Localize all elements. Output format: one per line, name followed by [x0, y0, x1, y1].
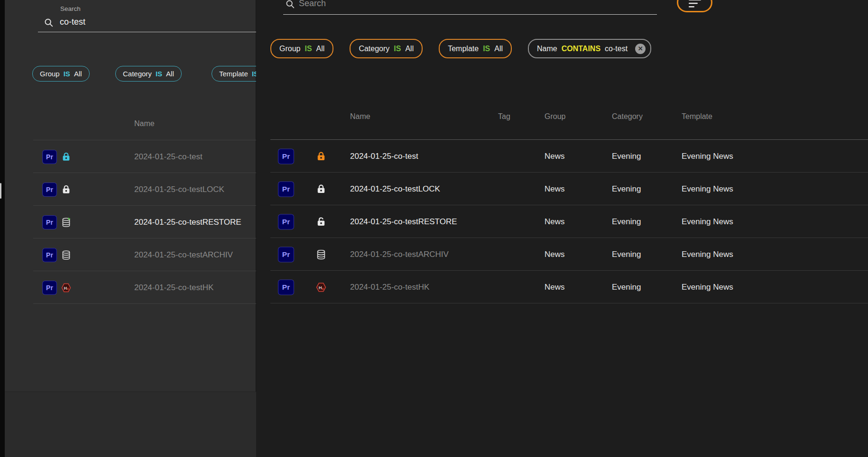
filter-pill[interactable]: Group IS All	[32, 66, 90, 82]
project-list: Pr HK 2024-01-25-co-test News Evening Ev…	[256, 140, 868, 303]
cell-category: Evening	[612, 184, 641, 194]
project-list: Pr HK 2024-01-25-co-test Pr	[0, 140, 256, 304]
premiere-pro-icon: Pr	[278, 279, 294, 295]
db-restore-icon: HK	[60, 217, 72, 228]
filter-operator: IS	[64, 70, 70, 78]
filter-operator: IS	[156, 70, 162, 78]
cell-category: Evening	[612, 152, 641, 161]
project-name: 2024-01-25-co-testARCHIV	[134, 250, 233, 260]
project-name: 2024-01-25-co-test	[350, 152, 418, 161]
filter-pill[interactable]: Name CONTAINS co-test ✕	[528, 39, 651, 58]
filter-value: All	[316, 45, 325, 53]
premiere-pro-icon: Pr	[42, 183, 57, 197]
table-row[interactable]: Pr HK 2024-01-25-co-test News Evening Ev…	[256, 140, 868, 173]
search-icon	[44, 18, 54, 30]
cell-template: Evening News	[682, 250, 733, 259]
lock-orange-icon: HK	[315, 151, 327, 162]
cell-category: Evening	[612, 283, 641, 292]
filter-operator: IS	[305, 45, 312, 53]
table-row[interactable]: Pr HK 2024-01-25-co-testLOCK News Evenin…	[256, 173, 868, 205]
filter-pill[interactable]: Template IS All	[439, 39, 512, 58]
filter-value: All	[74, 70, 82, 78]
project-name: 2024-01-25-co-testRESTORE	[134, 218, 241, 227]
project-name: 2024-01-25-co-testLOCK	[350, 184, 440, 194]
hk-icon: HK	[60, 282, 72, 293]
filter-pill[interactable]: Group IS All	[270, 39, 333, 58]
cell-category: Evening	[612, 250, 641, 259]
cell-template: Evening News	[682, 184, 733, 194]
cell-template: Evening News	[682, 283, 733, 292]
filter-field: Template	[219, 70, 248, 78]
column-header-category[interactable]: Category	[612, 112, 643, 121]
cell-group: News	[545, 184, 565, 194]
lock-cyan-icon: HK	[60, 151, 72, 162]
lock-white-icon: HK	[315, 183, 327, 195]
cell-template: Evening News	[682, 217, 733, 227]
filter-operator: IS	[252, 70, 256, 78]
table-row[interactable]: Pr HK 2024-01-25-co-testHK	[0, 271, 256, 304]
lock-white-icon: HK	[60, 184, 72, 195]
filter-operator: IS	[394, 45, 401, 53]
filter-field: Template	[448, 45, 479, 53]
project-name: 2024-01-25-co-testRESTORE	[350, 217, 457, 227]
column-header-template[interactable]: Template	[682, 112, 712, 121]
filter-pill[interactable]: Template IS All	[212, 66, 256, 82]
left-panel-footer	[5, 392, 256, 457]
right-panel: Search Group IS All Category IS All	[256, 0, 868, 457]
left-panel: Search co-test Group IS All Category IS …	[0, 0, 256, 457]
filter-pill[interactable]: Category IS All	[115, 66, 182, 82]
sort-list-icon	[688, 0, 702, 8]
premiere-pro-icon: Pr	[42, 215, 57, 229]
svg-text:K: K	[67, 287, 69, 291]
filter-operator: IS	[483, 45, 490, 53]
premiere-pro-icon: Pr	[278, 148, 294, 164]
unlock-white-icon: HK	[315, 216, 327, 228]
column-header-name[interactable]: Name	[350, 112, 370, 121]
column-header-tag[interactable]: Tag	[498, 112, 510, 121]
column-header-group[interactable]: Group	[545, 112, 565, 121]
table-row[interactable]: Pr HK 2024-01-25-co-test	[0, 140, 256, 173]
cell-group: News	[545, 250, 565, 259]
svg-text:K: K	[322, 287, 324, 290]
project-name: 2024-01-25-co-testLOCK	[134, 185, 224, 194]
filter-value: co-test	[605, 45, 628, 53]
remove-filter-button[interactable]: ✕	[635, 44, 646, 54]
search-label: Search	[60, 5, 81, 12]
project-name: 2024-01-25-co-testHK	[350, 283, 429, 292]
cell-category: Evening	[612, 217, 641, 227]
premiere-pro-icon: Pr	[278, 247, 294, 262]
table-row[interactable]: Pr HK 2024-01-25-co-testHK News Evening …	[256, 271, 868, 303]
menu-button[interactable]	[677, 0, 712, 12]
hk-icon: HK	[315, 282, 327, 293]
cell-template: Evening News	[682, 152, 733, 161]
premiere-pro-icon: Pr	[278, 181, 294, 197]
filter-field: Category	[123, 70, 152, 78]
column-header-name[interactable]: Name	[134, 119, 155, 128]
db-stack-icon: HK	[60, 249, 72, 260]
filter-bar: Group IS All Category IS All Template IS…	[0, 66, 256, 81]
search-icon	[285, 0, 295, 11]
search-input[interactable]: Search	[299, 0, 326, 9]
table-row[interactable]: Pr HK 2024-01-25-co-testRESTORE News Eve…	[256, 205, 868, 238]
project-name: 2024-01-25-co-testHK	[134, 283, 213, 292]
filter-value: All	[494, 45, 503, 53]
project-name: 2024-01-25-co-testARCHIV	[350, 250, 449, 259]
filter-pill[interactable]: Category IS All	[350, 39, 423, 58]
cell-group: News	[545, 217, 565, 227]
filter-field: Name	[537, 45, 557, 53]
project-name: 2024-01-25-co-test	[134, 152, 203, 162]
table-row[interactable]: Pr HK 2024-01-25-co-testRESTORE	[0, 206, 256, 238]
table-row[interactable]: Pr HK 2024-01-25-co-testLOCK	[0, 173, 256, 206]
cell-group: News	[545, 283, 565, 292]
premiere-pro-icon: Pr	[42, 150, 57, 164]
cell-group: News	[545, 152, 565, 161]
filter-field: Group	[279, 45, 300, 53]
db-stack-icon: HK	[315, 249, 327, 260]
filter-value: All	[166, 70, 174, 78]
filter-operator: CONTAINS	[562, 45, 600, 53]
table-row[interactable]: Pr HK 2024-01-25-co-testARCHIV News Even…	[256, 238, 868, 271]
search-input[interactable]: co-test	[60, 17, 85, 27]
premiere-pro-icon: Pr	[278, 214, 294, 229]
filter-value: All	[405, 45, 414, 53]
table-row[interactable]: Pr HK 2024-01-25-co-testARCHIV	[0, 238, 256, 271]
